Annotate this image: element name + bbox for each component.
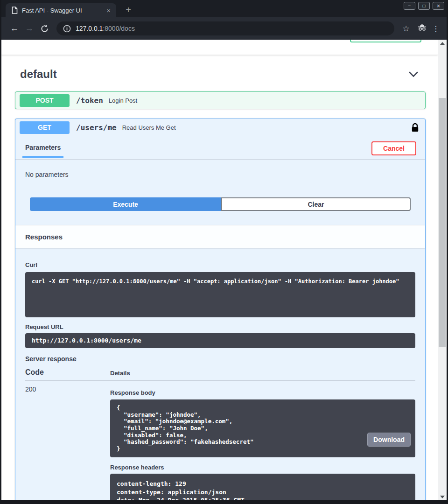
browser-toolbar: ← → 127.0.0.1:8000/docs ☆ ⋮ (1, 17, 447, 40)
request-url-label: Request URL (25, 323, 415, 330)
swagger-page: default POST /token Login Post (1, 40, 438, 500)
maximize-button[interactable]: □ (418, 2, 430, 10)
response-headers-label: Response headers (110, 464, 415, 471)
tab-title: Fast API - Swagger UI (22, 7, 105, 14)
browser-menu-icon[interactable]: ⋮ (430, 24, 442, 33)
back-icon[interactable]: ← (7, 23, 22, 34)
browser-window: Fast API - Swagger UI × + − □ × ← → 127.… (0, 0, 448, 504)
get-path: /users/me (76, 123, 117, 132)
chevron-down-icon[interactable] (408, 71, 419, 78)
response-headers-value: content-length: 129 content-type: applic… (110, 474, 415, 500)
parameters-tab-bar: Parameters Cancel (15, 136, 425, 160)
execute-button[interactable]: Execute (30, 197, 221, 211)
request-url-value: http://127.0.0.1:8000/users/me (25, 333, 415, 348)
opblock-post-token[interactable]: POST /token Login Post (15, 91, 426, 109)
server-response-label: Server response (25, 355, 415, 363)
post-summary: Login Post (109, 97, 137, 104)
page-viewport: default POST /token Login Post (1, 40, 447, 500)
section-title: default (20, 68, 57, 81)
curl-command: curl -X GET "http://127.0.0.1:8000/users… (25, 272, 415, 317)
tab-parameters[interactable]: Parameters (22, 144, 63, 158)
url-bar[interactable]: 127.0.0.1:8000/docs (56, 21, 394, 35)
response-row: 200 Response body { "username": "johndoe… (25, 385, 415, 500)
authorize-button[interactable] (350, 40, 421, 42)
url-path: :8000/docs (103, 25, 135, 32)
site-info-icon[interactable] (63, 25, 71, 33)
scrollbar-thumb[interactable] (439, 98, 446, 347)
details-column-header: Details (110, 370, 130, 377)
tab-close-icon[interactable]: × (105, 6, 112, 15)
window-controls: − □ × (404, 2, 444, 10)
response-body-label: Response body (110, 389, 415, 396)
download-button[interactable]: Download (367, 433, 411, 447)
forward-icon: → (22, 23, 37, 34)
get-method-badge: GET (20, 121, 70, 134)
lock-icon[interactable] (411, 123, 419, 133)
post-path: /token (76, 96, 103, 105)
scroll-down-arrow-icon[interactable] (438, 493, 447, 500)
curl-label: Curl (25, 261, 415, 268)
post-method-badge: POST (20, 94, 70, 107)
browser-tab[interactable]: Fast API - Swagger UI × (6, 3, 116, 17)
page-favicon-icon (12, 7, 18, 14)
cancel-button[interactable]: Cancel (371, 141, 416, 155)
response-table-header: Code Details (25, 368, 415, 381)
new-tab-button[interactable]: + (123, 5, 134, 16)
section-divider (15, 87, 426, 87)
get-summary: Read Users Me Get (122, 124, 176, 131)
tab-strip: Fast API - Swagger UI × + − □ × (1, 0, 447, 17)
page-scrollbar[interactable] (438, 40, 447, 500)
get-op-header[interactable]: GET /users/me Read Users Me Get (15, 119, 425, 136)
execute-wrapper: Execute Clear (30, 197, 411, 211)
scheme-band (1, 40, 438, 55)
responses-header: Responses (15, 225, 425, 248)
clear-button[interactable]: Clear (221, 197, 411, 211)
url-host: 127.0.0.1 (76, 25, 103, 32)
window-bottom-border (1, 500, 447, 504)
opblock-get-users-me: GET /users/me Read Users Me Get Paramete… (15, 119, 426, 500)
no-parameters-text: No parameters (25, 171, 415, 178)
section-header[interactable]: default (15, 68, 426, 81)
incognito-icon (414, 23, 430, 34)
response-body-value: { "username": "johndoe", "email": "johnd… (110, 399, 415, 457)
responses-title: Responses (25, 233, 63, 241)
status-code: 200 (25, 385, 110, 500)
minimize-button[interactable]: − (404, 2, 415, 10)
bookmark-star-icon[interactable]: ☆ (398, 24, 414, 34)
scroll-up-arrow-icon[interactable] (438, 40, 447, 47)
reload-icon[interactable] (37, 24, 52, 33)
code-column-header: Code (25, 368, 110, 377)
window-close-button[interactable]: × (433, 2, 444, 10)
